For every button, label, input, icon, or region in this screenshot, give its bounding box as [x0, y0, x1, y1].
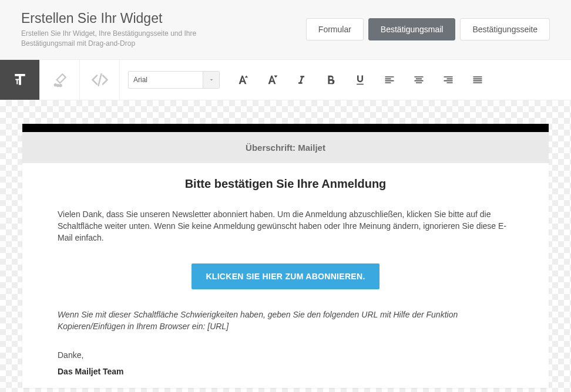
email-paragraph[interactable]: Vielen Dank, dass Sie unseren Newsletter…: [58, 208, 513, 244]
text-icon: [11, 71, 29, 89]
toolbar-main: [120, 60, 492, 100]
svg-point-0: [54, 84, 56, 86]
cta-button[interactable]: KLICKEN SIE HIER ZUM ABONNIEREN.: [192, 263, 379, 289]
font-input[interactable]: [129, 76, 203, 84]
email-body[interactable]: Bitte bestätigen Sie Ihre Anmeldung Viel…: [22, 163, 549, 388]
chevron-down-icon: [208, 76, 215, 83]
font-size-down-button[interactable]: [266, 73, 278, 86]
editor-toolbar: [0, 59, 571, 100]
editor-canvas[interactable]: Überschrift: Mailjet Bitte bestätigen Si…: [0, 100, 571, 392]
page-subtitle: Erstellen Sie Ihr Widget, Ihre Bestätigu…: [21, 29, 244, 49]
font-dropdown-button[interactable]: [203, 72, 219, 88]
email-signature[interactable]: Das Mailjet Team: [58, 367, 513, 376]
email-header[interactable]: Überschrift: Mailjet: [22, 132, 549, 163]
email-preview[interactable]: Überschrift: Mailjet Bitte bestätigen Si…: [22, 124, 549, 388]
tab-bestaetigungsmail[interactable]: Bestätigungsmail: [368, 18, 456, 40]
side-tools: [0, 60, 120, 100]
email-fallback-text[interactable]: Wenn Sie mit dieser Schaltfläche Schwier…: [58, 309, 513, 332]
tab-formular[interactable]: Formular: [306, 18, 364, 40]
page-header: Erstellen Sie Ihr Widget Erstellen Sie I…: [0, 0, 571, 59]
style-tool[interactable]: [40, 60, 80, 100]
svg-point-2: [59, 85, 61, 86]
step-tabs: Formular Bestätigungsmail Bestätigungsse…: [306, 18, 550, 40]
font-select[interactable]: [128, 71, 220, 89]
style-brush-icon: [52, 72, 68, 87]
svg-point-1: [57, 85, 59, 86]
page-header-left: Erstellen Sie Ihr Widget Erstellen Sie I…: [21, 11, 244, 49]
code-icon: [91, 71, 109, 89]
email-heading[interactable]: Bitte bestätigen Sie Ihre Anmeldung: [58, 177, 513, 191]
email-top-bar: [22, 124, 549, 132]
bold-button[interactable]: [324, 73, 337, 86]
align-center-button[interactable]: [412, 73, 425, 86]
email-thanks[interactable]: Danke,: [58, 350, 513, 360]
underline-button[interactable]: [354, 73, 367, 86]
italic-button[interactable]: [295, 73, 308, 86]
font-size-up-button[interactable]: [236, 73, 249, 86]
code-tool[interactable]: [80, 60, 120, 100]
align-right-button[interactable]: [442, 73, 455, 86]
svg-line-3: [98, 74, 101, 86]
align-justify-button[interactable]: [471, 73, 484, 86]
align-left-button[interactable]: [383, 73, 396, 86]
page-title: Erstellen Sie Ihr Widget: [21, 11, 244, 26]
tab-bestaetigungsseite[interactable]: Bestätigungsseite: [460, 18, 550, 40]
text-tool[interactable]: [0, 60, 40, 100]
cta-wrap: KLICKEN SIE HIER ZUM ABONNIEREN.: [58, 244, 513, 309]
